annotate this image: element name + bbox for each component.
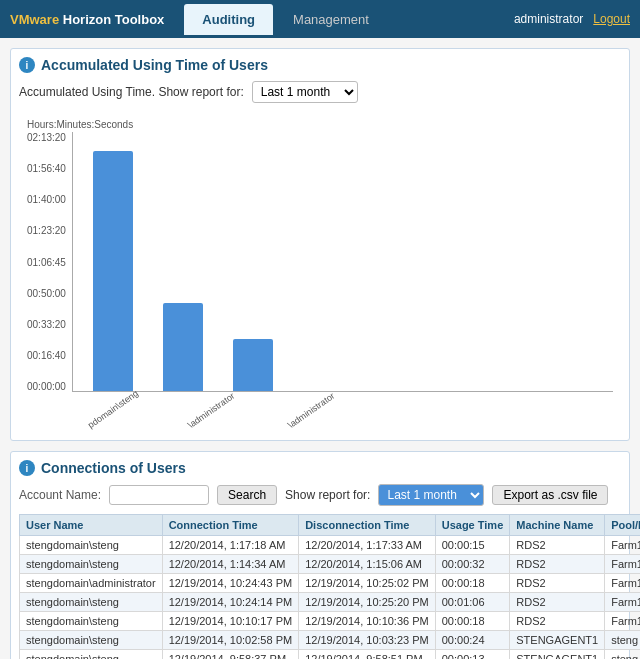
connections-section-icon: i [19, 460, 35, 476]
cell-machine: STENGAGENT1 [510, 631, 605, 650]
cell-disc: 12/19/2014, 10:10:36 PM [299, 612, 436, 631]
show-report-label-conn: Show report for: [285, 488, 370, 502]
tab-management[interactable]: Management [275, 4, 387, 35]
bar-3 [233, 339, 273, 391]
cell-machine: RDS2 [510, 612, 605, 631]
cell-disc: 12/20/2014, 1:17:33 AM [299, 536, 436, 555]
accumulated-title: i Accumulated Using Time of Users [19, 57, 621, 73]
tab-auditing[interactable]: Auditing [184, 4, 273, 35]
cell-pool: Farm1 [605, 593, 640, 612]
cell-conn: 12/19/2014, 9:58:37 PM [162, 650, 299, 660]
cell-disc: 12/20/2014, 1:15:06 AM [299, 555, 436, 574]
cell-pool: Farm1 [605, 555, 640, 574]
cell-usage: 00:00:18 [435, 574, 510, 593]
bar-label-1: pdomain\steng [86, 399, 125, 430]
period-select-chart[interactable]: Last 1 month Last 3 months Last 6 months… [252, 81, 358, 103]
cell-conn: 12/20/2014, 1:14:34 AM [162, 555, 299, 574]
cell-disc: 12/19/2014, 10:25:20 PM [299, 593, 436, 612]
chart-main: pdomain\steng \administrator \administra… [72, 132, 613, 432]
table-row: stengdomain\administrator 12/19/2014, 10… [20, 574, 641, 593]
table-header-row: User Name Connection Time Disconnection … [20, 515, 641, 536]
cell-conn: 12/20/2014, 1:17:18 AM [162, 536, 299, 555]
cell-pool: steng [605, 631, 640, 650]
account-input[interactable] [109, 485, 209, 505]
cell-disc: 12/19/2014, 10:25:02 PM [299, 574, 436, 593]
cell-usage: 00:00:18 [435, 612, 510, 631]
brand: VMware Horizon Toolbox [10, 12, 164, 27]
cell-usage: 00:01:06 [435, 593, 510, 612]
connections-title: i Connections of Users [19, 460, 621, 476]
cell-disc: 12/19/2014, 10:03:23 PM [299, 631, 436, 650]
cell-conn: 12/19/2014, 10:10:17 PM [162, 612, 299, 631]
connections-title-text: Connections of Users [41, 460, 186, 476]
connections-controls: Account Name: Search Show report for: La… [19, 484, 621, 506]
logout-button[interactable]: Logout [593, 12, 630, 26]
cell-usage: 00:00:24 [435, 631, 510, 650]
cell-user: stengdomain\steng [20, 631, 163, 650]
bar-2 [163, 303, 203, 391]
header-user: administrator Logout [514, 12, 630, 26]
col-usage: Usage Time [435, 515, 510, 536]
accumulated-section: i Accumulated Using Time of Users Accumu… [10, 48, 630, 441]
main-content: i Accumulated Using Time of Users Accumu… [0, 38, 640, 659]
cell-user: stengdomain\administrator [20, 574, 163, 593]
cell-conn: 12/19/2014, 10:24:43 PM [162, 574, 299, 593]
export-button[interactable]: Export as .csv file [492, 485, 608, 505]
table-row: stengdomain\steng 12/19/2014, 10:02:58 P… [20, 631, 641, 650]
table-row: stengdomain\steng 12/20/2014, 1:14:34 AM… [20, 555, 641, 574]
bars-wrapper [72, 132, 613, 392]
col-pool: Pool/Farm Name [605, 515, 640, 536]
search-button[interactable]: Search [217, 485, 277, 505]
bar-group-1 [93, 151, 133, 391]
connections-section: i Connections of Users Account Name: Sea… [10, 451, 630, 659]
table-row: stengdomain\steng 12/20/2014, 1:17:18 AM… [20, 536, 641, 555]
cell-machine: RDS2 [510, 536, 605, 555]
y-axis-title: Hours:Minutes:Seconds [27, 119, 613, 130]
bar-group-3 [233, 339, 273, 391]
col-disc-time: Disconnection Time [299, 515, 436, 536]
cell-user: stengdomain\steng [20, 536, 163, 555]
cell-usage: 00:00:32 [435, 555, 510, 574]
cell-user: stengdomain\steng [20, 555, 163, 574]
cell-pool: Farm1 [605, 574, 640, 593]
accumulated-title-text: Accumulated Using Time of Users [41, 57, 268, 73]
cell-machine: RDS2 [510, 555, 605, 574]
cell-usage: 00:00:15 [435, 536, 510, 555]
bar-label-2: \administrator [186, 399, 225, 430]
cell-conn: 12/19/2014, 10:24:14 PM [162, 593, 299, 612]
cell-conn: 12/19/2014, 10:02:58 PM [162, 631, 299, 650]
cell-pool: Farm1 [605, 612, 640, 631]
table-row: stengdomain\steng 12/19/2014, 9:58:37 PM… [20, 650, 641, 660]
cell-machine: RDS2 [510, 574, 605, 593]
cell-disc: 12/19/2014, 9:58:51 PM [299, 650, 436, 660]
brand-highlight: VMware [10, 12, 59, 27]
cell-pool: steng [605, 650, 640, 660]
nav-tabs: Auditing Management [184, 4, 514, 35]
table-row: stengdomain\steng 12/19/2014, 10:24:14 P… [20, 593, 641, 612]
section-icon: i [19, 57, 35, 73]
table-row: stengdomain\steng 12/19/2014, 10:10:17 P… [20, 612, 641, 631]
col-conn-time: Connection Time [162, 515, 299, 536]
table-body: stengdomain\steng 12/20/2014, 1:17:18 AM… [20, 536, 641, 660]
bar-label-3: \administrator [286, 399, 325, 430]
period-select-conn[interactable]: Last 1 month Last 3 months Last 6 months… [378, 484, 484, 506]
connections-table: User Name Connection Time Disconnection … [19, 514, 640, 659]
chart-container: 02:13:20 01:56:40 01:40:00 01:23:20 01:0… [27, 132, 613, 432]
cell-machine: RDS2 [510, 593, 605, 612]
header: VMware Horizon Toolbox Auditing Manageme… [0, 0, 640, 38]
y-axis-labels: 02:13:20 01:56:40 01:40:00 01:23:20 01:0… [27, 132, 72, 392]
bar-group-2 [163, 303, 203, 391]
show-report-label: Accumulated Using Time. Show report for: [19, 85, 244, 99]
cell-machine: STENGAGENT1 [510, 650, 605, 660]
account-label: Account Name: [19, 488, 101, 502]
col-machine: Machine Name [510, 515, 605, 536]
username-label: administrator [514, 12, 583, 26]
chart-controls: Accumulated Using Time. Show report for:… [19, 81, 621, 103]
cell-pool: Farm1 [605, 536, 640, 555]
bar-1 [93, 151, 133, 391]
cell-usage: 00:00:13 [435, 650, 510, 660]
bar-labels-row: pdomain\steng \administrator \administra… [72, 422, 613, 432]
cell-user: stengdomain\steng [20, 593, 163, 612]
chart-area: Hours:Minutes:Seconds 02:13:20 01:56:40 … [19, 111, 621, 432]
cell-user: stengdomain\steng [20, 650, 163, 660]
